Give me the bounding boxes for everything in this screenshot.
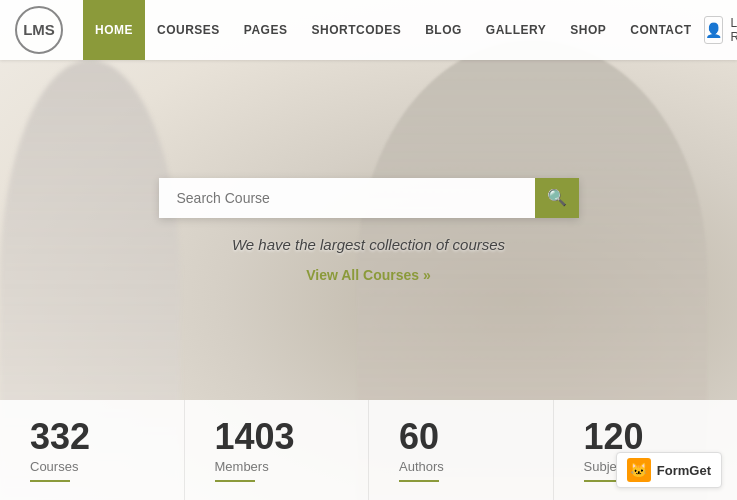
nav-item-shortcodes[interactable]: SHORTCODES: [299, 0, 413, 60]
nav-link-shop[interactable]: SHOP: [558, 0, 618, 60]
stat-item-courses: 332Courses: [0, 400, 185, 500]
stat-number: 60: [399, 419, 439, 455]
stat-number: 120: [584, 419, 644, 455]
nav-item-blog[interactable]: BLOG: [413, 0, 474, 60]
formget-badge: 🐱 FormGet: [616, 452, 722, 488]
user-icon[interactable]: 👤: [704, 16, 723, 44]
nav-link-home[interactable]: HOME: [83, 0, 145, 60]
view-all-link[interactable]: View All Courses: [306, 267, 431, 283]
stat-item-members: 1403Members: [185, 400, 370, 500]
nav-item-home[interactable]: HOME: [83, 0, 145, 60]
stat-label: Courses: [30, 459, 78, 474]
logo-text: LMS: [23, 22, 55, 39]
navbar: LMS HOMECOURSESPAGESSHORTCODESBLOGGALLER…: [0, 0, 737, 60]
stat-number: 1403: [215, 419, 295, 455]
nav-link-gallery[interactable]: GALLERY: [474, 0, 558, 60]
search-input[interactable]: [159, 178, 535, 218]
formget-label: FormGet: [657, 463, 711, 478]
nav-links: HOMECOURSESPAGESSHORTCODESBLOGGALLERYSHO…: [83, 0, 704, 60]
nav-item-gallery[interactable]: GALLERY: [474, 0, 558, 60]
login-link[interactable]: Login | Register: [731, 16, 737, 44]
hero-subtitle: We have the largest collection of course…: [232, 236, 505, 253]
stat-item-authors: 60Authors: [369, 400, 554, 500]
nav-item-shop[interactable]: SHOP: [558, 0, 618, 60]
formget-mascot-icon: 🐱: [627, 458, 651, 482]
nav-right: 👤 Login | Register 🛒: [704, 16, 737, 44]
nav-link-shortcodes[interactable]: SHORTCODES: [299, 0, 413, 60]
search-bar: 🔍: [159, 178, 579, 218]
nav-link-courses[interactable]: COURSES: [145, 0, 232, 60]
logo[interactable]: LMS: [15, 6, 63, 54]
stat-label: Members: [215, 459, 269, 474]
hero-section: 🔍 We have the largest collection of cour…: [0, 60, 737, 400]
nav-item-courses[interactable]: COURSES: [145, 0, 232, 60]
nav-link-contact[interactable]: CONTACT: [618, 0, 703, 60]
nav-item-pages[interactable]: PAGES: [232, 0, 300, 60]
nav-link-pages[interactable]: PAGES: [232, 0, 300, 60]
nav-link-blog[interactable]: BLOG: [413, 0, 474, 60]
stat-number: 332: [30, 419, 90, 455]
nav-item-contact[interactable]: CONTACT: [618, 0, 703, 60]
stat-label: Authors: [399, 459, 444, 474]
search-button[interactable]: 🔍: [535, 178, 579, 218]
